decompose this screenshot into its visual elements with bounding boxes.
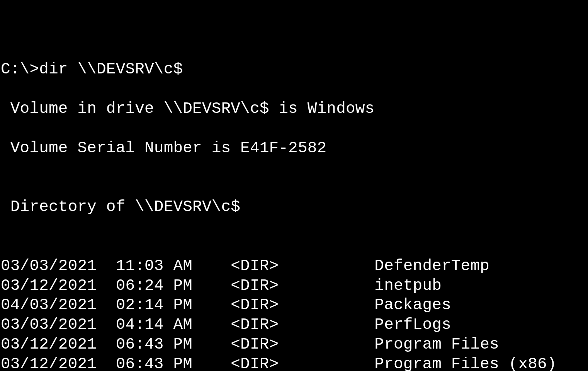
command-line[interactable]: C:\>dir \\DEVSRV\c$: [1, 60, 587, 79]
dir-entry: 03/03/2021 11:03 AM <DIR> DefenderTemp: [1, 256, 587, 276]
dir-entry: 04/03/2021 02:14 PM <DIR> Packages: [1, 295, 587, 315]
dir-entry: 03/12/2021 06:43 PM <DIR> Program Files: [1, 335, 587, 354]
volume-line: Volume in drive \\DEVSRV\c$ is Windows: [1, 99, 587, 119]
dir-entry: 03/12/2021 06:24 PM <DIR> inetpub: [1, 276, 587, 296]
prompt: C:\>: [1, 60, 39, 78]
serial-line: Volume Serial Number is E41F-2582: [1, 138, 587, 158]
directory-of-line: Directory of \\DEVSRV\c$: [1, 197, 587, 217]
command-text: dir \\DEVSRV\c$: [39, 60, 183, 78]
dir-entry: 03/03/2021 04:14 AM <DIR> PerfLogs: [1, 315, 587, 335]
directory-listing: 03/03/2021 11:03 AM <DIR> DefenderTemp03…: [1, 256, 587, 371]
dir-entry: 03/12/2021 06:43 PM <DIR> Program Files …: [1, 354, 587, 371]
